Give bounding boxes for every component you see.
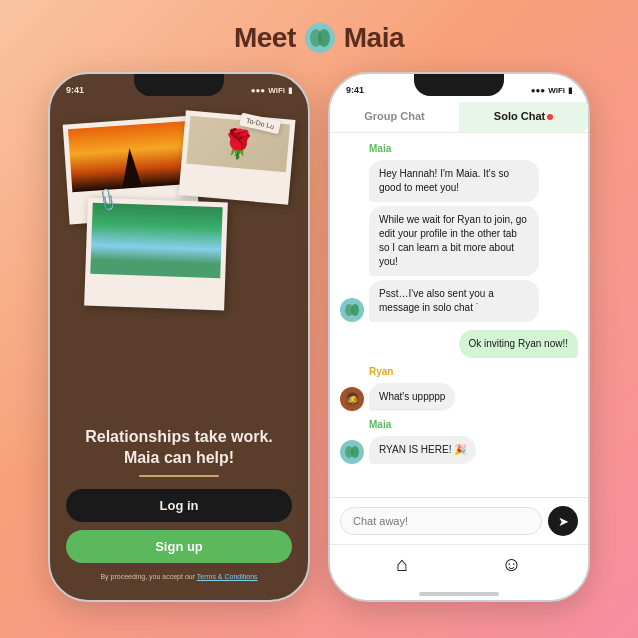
header-logo (304, 22, 336, 54)
wifi-icon-right: WiFi (548, 86, 565, 95)
phones-container: 9:41 ●●● WiFi ▮ 🌹 To-Do Lu (48, 72, 590, 602)
bubble-maia-2a: RYAN IS HERE! 🎉 (369, 436, 476, 464)
sender-ryan: Ryan (369, 366, 455, 377)
signal-icon-left: ●●● (251, 86, 266, 95)
ryan-bubbles: Ryan What's uppppp (369, 366, 455, 411)
notch-left (134, 74, 224, 96)
maia-bubbles-2: Maia RYAN IS HERE! 🎉 (369, 419, 476, 464)
tab-solo-label: Solo Chat (494, 110, 545, 122)
message-row-user: Ok inviting Ryan now!! (340, 330, 578, 358)
svg-point-5 (351, 304, 359, 316)
terms-prefix: By proceeding, you accept our (100, 573, 196, 580)
status-icons-right: ●●● WiFi ▮ (531, 86, 572, 95)
sender-maia-1: Maia (369, 143, 539, 154)
avatar-maia-1 (340, 298, 364, 322)
phone-right-inner: Group Chat Solo Chat Maia Hey Hannah! I'… (330, 102, 588, 600)
signup-button[interactable]: Sign up (66, 530, 292, 563)
bubble-user-1: Ok inviting Ryan now!! (459, 330, 579, 358)
send-icon: ➤ (558, 514, 569, 529)
maia-bubbles-1: Maia Hey Hannah! I'm Maia. It's so good … (369, 143, 539, 322)
bottom-nav: ⌂ ☺ (330, 544, 588, 588)
login-button[interactable]: Log in (66, 489, 292, 522)
tagline: Relationships take work. Maia can help! (66, 427, 292, 469)
tab-dot (547, 114, 553, 120)
message-row-maia-2: Maia RYAN IS HERE! 🎉 (340, 419, 578, 464)
tab-group-label: Group Chat (364, 110, 425, 122)
status-time-right: 9:41 (346, 85, 364, 95)
notch-pill-right (429, 80, 489, 90)
notch-right (414, 74, 504, 96)
app-header: Meet Maia (234, 22, 404, 54)
signal-icon-right: ●●● (531, 86, 546, 95)
chat-area: Maia Hey Hannah! I'm Maia. It's so good … (330, 133, 588, 497)
photo-sunset (68, 121, 192, 192)
status-time-left: 9:41 (66, 85, 84, 95)
nav-home-icon[interactable]: ⌂ (396, 553, 408, 576)
terms-text: By proceeding, you accept our Terms & Co… (66, 573, 292, 580)
chat-input-row: ➤ (330, 497, 588, 544)
photo-beach (90, 203, 222, 278)
battery-icon-left: ▮ (288, 86, 292, 95)
phone-login: 9:41 ●●● WiFi ▮ 🌹 To-Do Lu (48, 72, 310, 602)
bubble-maia-1a: Hey Hannah! I'm Maia. It's so good to me… (369, 160, 539, 202)
sender-maia-2: Maia (369, 419, 476, 430)
terms-link[interactable]: Terms & Conditions (197, 573, 258, 580)
user-bubbles: Ok inviting Ryan now!! (459, 330, 579, 358)
bubble-ryan-1: What's uppppp (369, 383, 455, 411)
tagline-line2: Maia can help! (124, 449, 234, 466)
message-row-ryan: 🧔 Ryan What's uppppp (340, 366, 578, 411)
tab-group-chat[interactable]: Group Chat (330, 102, 459, 132)
photo-2: 🌹 To-Do Lu (179, 110, 296, 204)
bubble-maia-1c: Psst…I've also sent you a message in sol… (369, 280, 539, 322)
wifi-icon-left: WiFi (268, 86, 285, 95)
phone-chat: 9:41 ●●● WiFi ▮ Group Chat Solo Chat (328, 72, 590, 602)
svg-point-2 (318, 29, 330, 47)
tagline-line1: Relationships take work. (85, 428, 273, 445)
svg-point-8 (351, 446, 359, 458)
chat-tabs: Group Chat Solo Chat (330, 102, 588, 133)
nav-profile-icon[interactable]: ☺ (501, 553, 521, 576)
message-row-maia-1: Maia Hey Hannah! I'm Maia. It's so good … (340, 143, 578, 322)
avatar-maia-2 (340, 440, 364, 464)
bubble-maia-1b: While we wait for Ryan to join, go edit … (369, 206, 539, 276)
battery-icon-right: ▮ (568, 86, 572, 95)
status-icons-left: ●●● WiFi ▮ (251, 86, 292, 95)
header-title-meet: Meet (234, 22, 296, 54)
chat-input[interactable] (340, 507, 542, 535)
phone-left-content: 🌹 To-Do Lu 📎 Relationships take work. Ma… (50, 102, 308, 600)
header-title-maia: Maia (344, 22, 404, 54)
notch-pill-left (149, 80, 209, 90)
tab-solo-chat[interactable]: Solo Chat (459, 102, 588, 132)
rose-emoji: 🌹 (219, 126, 257, 162)
photos-collage: 🌹 To-Do Lu 📎 (66, 110, 292, 419)
photo-3: 📎 (84, 198, 228, 311)
home-bar (419, 592, 499, 596)
tagline-underline (139, 475, 219, 477)
home-indicator (330, 588, 588, 600)
send-button[interactable]: ➤ (548, 506, 578, 536)
avatar-ryan: 🧔 (340, 387, 364, 411)
